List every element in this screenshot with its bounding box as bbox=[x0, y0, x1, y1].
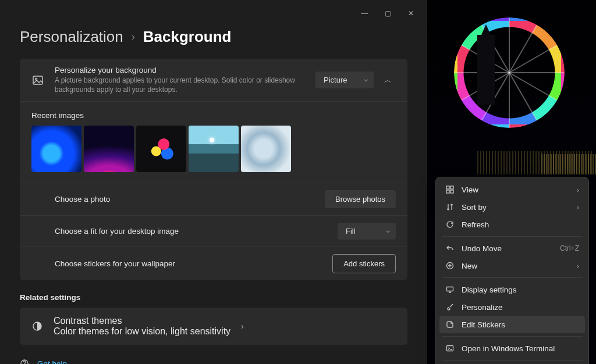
contrast-icon bbox=[31, 320, 43, 332]
svg-point-1 bbox=[35, 78, 37, 80]
minimize-button[interactable]: — bbox=[353, 5, 376, 22]
ctx-open-terminal[interactable]: Open in Windows Terminal bbox=[439, 340, 585, 357]
recent-image-5[interactable] bbox=[241, 126, 291, 172]
refresh-icon bbox=[445, 220, 455, 229]
brush-icon bbox=[445, 302, 455, 312]
svg-rect-0 bbox=[33, 76, 42, 84]
window-controls: — ▢ ✕ bbox=[353, 5, 423, 22]
choose-photo-label: Choose a photo bbox=[55, 195, 314, 204]
svg-rect-12 bbox=[447, 346, 453, 351]
recent-images-title: Recent images bbox=[31, 111, 396, 120]
desktop-context-menu: View › Sort by › Refresh Undo Move Ctrl+… bbox=[435, 177, 589, 364]
svg-rect-11 bbox=[447, 287, 453, 291]
settings-window: — ▢ ✕ Personalization › Background Perso… bbox=[0, 0, 428, 364]
svg-point-3 bbox=[21, 360, 28, 364]
ctx-refresh[interactable]: Refresh bbox=[439, 216, 585, 233]
collapse-toggle[interactable]: ︿ bbox=[379, 72, 396, 88]
page-title: Background bbox=[143, 28, 232, 46]
ctx-edit-stickers[interactable]: Edit Stickers bbox=[439, 316, 585, 333]
contrast-themes-title: Contrast themes bbox=[54, 316, 230, 326]
get-help-link[interactable]: Get help bbox=[20, 355, 407, 364]
recent-image-4[interactable] bbox=[189, 126, 239, 172]
ctx-display-settings[interactable]: Display settings bbox=[439, 281, 585, 298]
help-icon bbox=[20, 359, 30, 364]
undo-icon bbox=[445, 244, 455, 253]
ctx-undo-move[interactable]: Undo Move Ctrl+Z bbox=[439, 240, 585, 257]
recent-image-1[interactable] bbox=[31, 126, 81, 172]
chevron-right-icon: › bbox=[241, 322, 244, 331]
svg-rect-6 bbox=[446, 186, 449, 189]
help-links: Get help Give feedback bbox=[20, 355, 407, 364]
svg-rect-8 bbox=[446, 190, 449, 193]
browse-photos-button[interactable]: Browse photos bbox=[325, 190, 396, 208]
personalize-subtitle: A picture background applies to your cur… bbox=[55, 76, 305, 94]
ctx-undo-shortcut: Ctrl+Z bbox=[560, 244, 579, 252]
background-card: Personalize your background A picture ba… bbox=[20, 59, 407, 280]
related-settings-heading: Related settings bbox=[20, 293, 407, 302]
wallpaper-lights-2 bbox=[541, 154, 596, 174]
recent-images-list bbox=[31, 126, 396, 172]
sticker-icon bbox=[445, 320, 455, 329]
contrast-themes-sub: Color themes for low vision, light sensi… bbox=[54, 326, 230, 337]
chevron-right-icon: › bbox=[577, 185, 579, 194]
svg-rect-7 bbox=[450, 186, 453, 189]
chevron-right-icon: › bbox=[132, 31, 135, 43]
contrast-themes-card[interactable]: Contrast themes Color themes for low vis… bbox=[20, 308, 407, 345]
choose-fit-label: Choose a fit for your desktop image bbox=[55, 227, 327, 235]
ctx-sort-by[interactable]: Sort by › bbox=[439, 198, 585, 216]
personalize-title: Personalize your background bbox=[55, 66, 305, 74]
display-icon bbox=[445, 285, 455, 294]
wallpaper-spokes bbox=[454, 17, 565, 128]
fit-dropdown[interactable]: Fill bbox=[338, 223, 396, 240]
choose-stickers-label: Choose stickers for your wallpaper bbox=[55, 259, 322, 268]
grid-icon bbox=[445, 185, 455, 194]
svg-rect-9 bbox=[450, 190, 453, 193]
picture-icon bbox=[31, 74, 44, 87]
choose-fit-row: Choose a fit for your desktop image Fill bbox=[20, 216, 407, 247]
choose-stickers-row: Choose stickers for your wallpaper Add s… bbox=[20, 247, 407, 280]
choose-photo-row: Choose a photo Browse photos bbox=[20, 183, 407, 216]
chevron-right-icon: › bbox=[577, 203, 579, 212]
ctx-view[interactable]: View › bbox=[439, 181, 585, 198]
plus-circle-icon bbox=[445, 261, 455, 270]
wallpaper-church-silhouette bbox=[477, 35, 495, 105]
recent-image-2[interactable] bbox=[84, 126, 134, 172]
personalize-row: Personalize your background A picture ba… bbox=[20, 59, 407, 102]
close-button[interactable]: ✕ bbox=[399, 5, 423, 22]
recent-image-3[interactable] bbox=[136, 126, 186, 172]
maximize-button[interactable]: ▢ bbox=[376, 5, 399, 22]
ctx-new[interactable]: New › bbox=[439, 257, 585, 274]
ctx-personalize[interactable]: Personalize bbox=[439, 298, 585, 316]
breadcrumb-parent[interactable]: Personalization bbox=[20, 28, 123, 46]
background-type-dropdown[interactable]: Picture bbox=[315, 72, 374, 88]
sort-icon bbox=[445, 202, 455, 212]
recent-images-block: Recent images bbox=[20, 102, 407, 183]
add-stickers-button[interactable]: Add stickers bbox=[332, 254, 396, 273]
terminal-icon bbox=[445, 344, 455, 353]
chevron-right-icon: › bbox=[577, 262, 579, 270]
